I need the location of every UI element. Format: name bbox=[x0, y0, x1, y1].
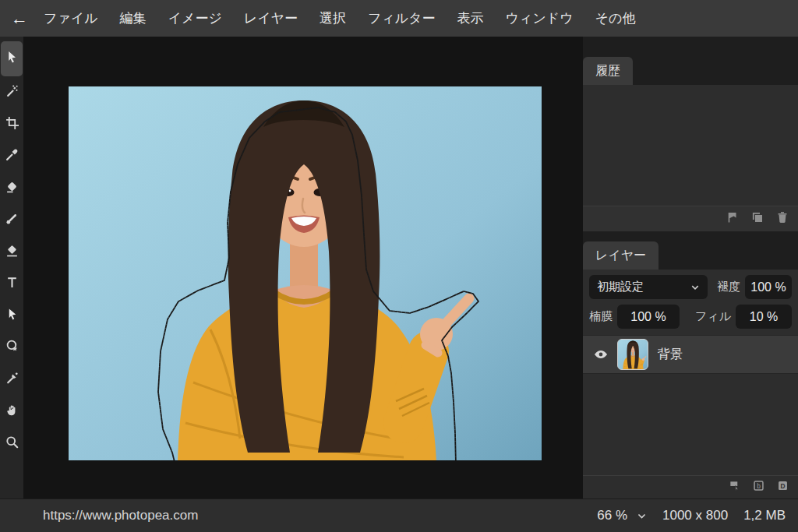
history-list[interactable] bbox=[583, 85, 798, 206]
menu-bar: ← ファイル編集イメージレイヤー選択フィルター表示ウィンドウその他 bbox=[0, 0, 798, 37]
hand-tool[interactable] bbox=[1, 396, 23, 428]
canvas-image[interactable] bbox=[69, 86, 542, 460]
layer-row[interactable]: 背景 bbox=[583, 335, 798, 374]
document-dimensions: 1000 x 800 bbox=[662, 508, 728, 523]
layers-footer: bD bbox=[583, 475, 798, 499]
fill-label: フィル bbox=[690, 309, 736, 324]
zoom-level-control[interactable]: 66 % bbox=[597, 508, 647, 523]
brush-tool[interactable] bbox=[1, 204, 23, 236]
menu-item[interactable]: その他 bbox=[584, 11, 647, 26]
magic-wand-tool[interactable] bbox=[1, 76, 23, 108]
opacity-label: 褪度 bbox=[712, 280, 745, 294]
lock-label: 楠膜 bbox=[589, 309, 617, 324]
history-tabs-row: 履歴 bbox=[583, 37, 798, 85]
layer-name: 背景 bbox=[658, 347, 683, 363]
chevron-down-icon bbox=[690, 283, 700, 292]
lock-opacity-field[interactable]: 100 % bbox=[617, 305, 680, 329]
menu-item[interactable]: 選択 bbox=[309, 11, 357, 26]
new-document-icon[interactable]: D bbox=[777, 480, 789, 495]
gradient-tool[interactable] bbox=[1, 236, 23, 268]
snapshot-icon[interactable]: b bbox=[753, 480, 764, 495]
flag-icon[interactable] bbox=[726, 211, 739, 227]
menu-item[interactable]: イメージ bbox=[157, 11, 233, 26]
document-file-size: 1,2 MB bbox=[743, 508, 786, 523]
trash-icon[interactable] bbox=[776, 211, 789, 227]
chevron-down-icon bbox=[637, 511, 647, 521]
pen-tool[interactable] bbox=[1, 364, 23, 396]
menu-item[interactable]: ファイル bbox=[33, 11, 109, 26]
lasso-tool[interactable] bbox=[1, 332, 23, 364]
layers-tabs-row: レイヤー bbox=[583, 237, 798, 270]
menu-item[interactable]: 表示 bbox=[447, 11, 495, 26]
menu-item[interactable]: フィルター bbox=[357, 11, 447, 26]
fill-field[interactable]: 10 % bbox=[736, 305, 792, 329]
canvas-workspace bbox=[23, 37, 583, 499]
layers-empty-area bbox=[583, 374, 798, 475]
panel-divider bbox=[583, 231, 798, 237]
text-tool[interactable] bbox=[1, 268, 23, 300]
duplicate-icon[interactable] bbox=[751, 211, 764, 227]
blend-mode-value: 初期設定 bbox=[597, 280, 644, 294]
layer-controls: 初期設定 褪度 100 % 楠膜 100 % フィル 10 % bbox=[583, 270, 798, 335]
move-tool[interactable] bbox=[1, 41, 23, 76]
layer-thumbnail bbox=[617, 339, 648, 370]
tab-history[interactable]: 履歴 bbox=[583, 57, 633, 85]
eyedropper-tool[interactable] bbox=[1, 140, 23, 172]
zoom-level-value: 66 % bbox=[597, 508, 627, 523]
svg-text:D: D bbox=[780, 482, 785, 490]
opacity-field[interactable]: 100 % bbox=[745, 275, 792, 299]
tab-layers[interactable]: レイヤー bbox=[583, 241, 659, 270]
menu-item[interactable]: 編集 bbox=[109, 11, 157, 26]
blend-mode-dropdown[interactable]: 初期設定 bbox=[589, 275, 708, 299]
zoom-tool[interactable] bbox=[1, 428, 23, 460]
menu-item[interactable]: ウィンドウ bbox=[495, 11, 584, 26]
svg-text:b: b bbox=[757, 482, 761, 490]
page-url: https://www.photopea.com bbox=[0, 508, 198, 523]
menu-items: ファイル編集イメージレイヤー選択フィルター表示ウィンドウその他 bbox=[33, 0, 646, 37]
main-area: 履歴 レイヤー 初期設定 褪度 100 % bbox=[0, 37, 798, 499]
history-footer bbox=[583, 206, 798, 231]
visibility-eye-icon[interactable] bbox=[591, 349, 611, 360]
back-arrow-icon[interactable]: ← bbox=[6, 9, 33, 29]
status-bar: https://www.photopea.com 66 % 1000 x 800… bbox=[0, 499, 798, 532]
layer-list: 背景 bbox=[583, 335, 798, 374]
tool-bar bbox=[0, 37, 23, 499]
layers-panel: 初期設定 褪度 100 % 楠膜 100 % フィル 10 % bbox=[583, 270, 798, 499]
eraser-tool[interactable] bbox=[1, 172, 23, 204]
mask-icon[interactable] bbox=[729, 480, 740, 495]
path-select-tool[interactable] bbox=[1, 300, 23, 332]
crop-tool[interactable] bbox=[1, 108, 23, 140]
menu-item[interactable]: レイヤー bbox=[233, 11, 309, 26]
photopea-app: ← ファイル編集イメージレイヤー選択フィルター表示ウィンドウその他 bbox=[0, 0, 798, 532]
side-panel: 履歴 レイヤー 初期設定 褪度 100 % bbox=[583, 37, 798, 499]
